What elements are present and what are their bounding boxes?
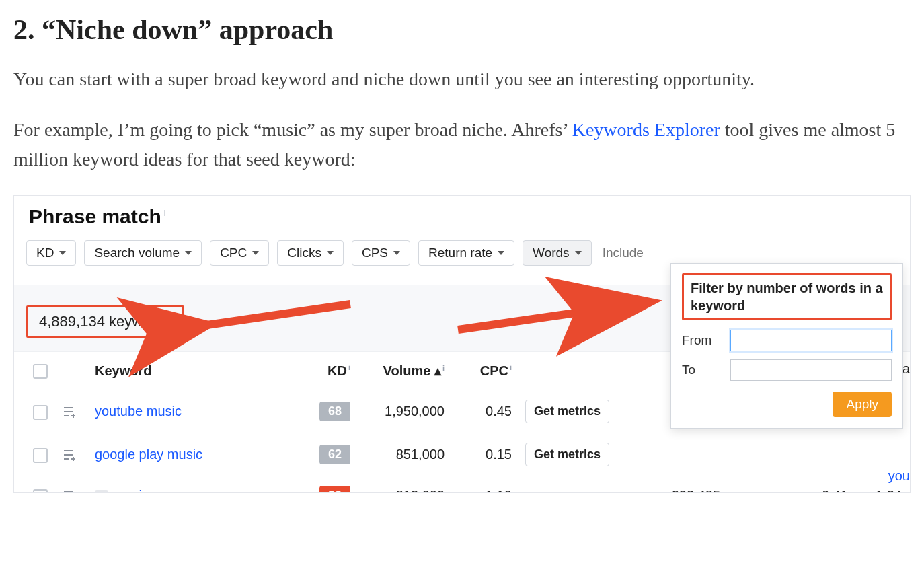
clicks-cell: 333,485: [640, 476, 727, 493]
keywords-explorer-link[interactable]: Keywords Explorer: [572, 119, 720, 140]
popover-title: Filter by number of words in a keyword: [682, 273, 892, 320]
article-paragraph-2-a: For example, I’m going to pick “music” a…: [13, 119, 572, 140]
chevron-down-icon: [252, 251, 259, 255]
extra1-cell: 0.41: [801, 476, 855, 493]
col-cpc[interactable]: CPC: [451, 352, 518, 390]
col-kd-label: KD: [328, 363, 347, 378]
row-checkbox[interactable]: [33, 405, 48, 420]
filter-cps[interactable]: CPS: [352, 240, 410, 266]
checkbox-all[interactable]: [33, 364, 48, 379]
cpc-cell: 0.15: [451, 433, 518, 476]
chevron-down-icon: [327, 251, 334, 255]
table-row: google play music 62 851,000 0.15 Get me…: [26, 433, 909, 476]
svg-line-0: [202, 304, 350, 326]
info-icon: [441, 363, 445, 378]
info-icon: [347, 363, 350, 378]
dist-bar: [727, 476, 801, 493]
kd-badge: 68: [319, 402, 350, 421]
kd-badge: 62: [319, 445, 350, 464]
chevron-down-icon: [498, 251, 504, 255]
annotation-arrow-right: [451, 297, 653, 340]
filter-kd-label: KD: [36, 246, 54, 260]
filter-cpc-label: CPC: [220, 246, 247, 260]
kd-badge: 96: [319, 486, 350, 493]
keyword-count: 4,889,134 keywords: [26, 305, 184, 338]
volume-cell: 813,000: [357, 476, 451, 493]
col-icon: [56, 352, 88, 390]
popover-to-row: To: [682, 359, 892, 381]
tool-screenshot-panel: Phrase match KD Search volume CPC Clicks…: [13, 195, 911, 493]
filter-return-rate-label: Return rate: [428, 246, 492, 260]
filter-words-label: Words: [533, 246, 570, 260]
info-icon: [161, 205, 166, 227]
article-heading: 2. “Niche down” approach: [13, 13, 911, 46]
row-checkbox[interactable]: [33, 489, 48, 493]
annotation-arrow-left: [196, 297, 357, 340]
chevron-down-icon: [185, 251, 192, 255]
cpc-cell: 1.10: [451, 476, 518, 493]
col-checkbox: [26, 352, 56, 390]
col-keyword[interactable]: Keyword: [88, 352, 303, 390]
article-paragraph-2: For example, I’m going to pick “music” a…: [13, 115, 911, 174]
table-row: ?music 96 813,000 1.10 333,485 0.41 1.34: [26, 476, 909, 493]
edge-cutoff-text: a: [902, 361, 910, 377]
info-icon: [508, 363, 512, 378]
filter-cpc[interactable]: CPC: [210, 240, 269, 266]
get-metrics-button[interactable]: Get metrics: [525, 400, 609, 423]
filter-search-volume-label: Search volume: [94, 246, 180, 260]
svg-line-1: [458, 303, 646, 330]
clicks-cell: [640, 433, 727, 476]
to-label: To: [682, 363, 720, 377]
filter-words[interactable]: Words: [523, 240, 592, 266]
col-volume[interactable]: Volume ▴: [357, 352, 451, 390]
panel-title-text: Phrase match: [29, 205, 161, 227]
from-label: From: [682, 333, 720, 348]
filter-return-rate[interactable]: Return rate: [418, 240, 514, 266]
col-cpc-label: CPC: [480, 363, 508, 378]
edge-cutoff-text: you: [888, 468, 910, 484]
words-to-input[interactable]: [730, 359, 892, 381]
filter-cps-label: CPS: [362, 246, 388, 260]
col-keyword-label: Keyword: [95, 363, 151, 378]
add-to-list-icon[interactable]: [63, 406, 81, 418]
words-from-input[interactable]: [730, 330, 892, 351]
row-checkbox[interactable]: [33, 448, 48, 463]
include-input[interactable]: [600, 241, 765, 265]
keyword-link[interactable]: music: [114, 488, 149, 493]
volume-cell: 851,000: [357, 433, 451, 476]
sort-up-icon: ▴: [434, 363, 441, 378]
col-metrics: [518, 352, 640, 390]
keyword-link[interactable]: youtube music: [95, 404, 182, 419]
keyword-link[interactable]: google play music: [95, 447, 202, 462]
apply-button[interactable]: Apply: [833, 392, 892, 417]
popover-from-row: From: [682, 330, 892, 351]
volume-cell: 1,950,000: [357, 390, 451, 433]
get-metrics-button[interactable]: Get metrics: [525, 443, 609, 466]
question-badge: ?: [95, 490, 108, 493]
chevron-down-icon: [59, 251, 66, 255]
filter-clicks[interactable]: Clicks: [277, 240, 344, 266]
filter-kd[interactable]: KD: [26, 240, 76, 266]
chevron-down-icon: [575, 251, 582, 255]
cpc-cell: 0.45: [451, 390, 518, 433]
add-to-list-icon[interactable]: [63, 449, 81, 461]
chevron-down-icon: [393, 251, 400, 255]
panel-title: Phrase match: [29, 205, 898, 228]
col-volume-label: Volume: [383, 363, 431, 378]
filter-clicks-label: Clicks: [287, 246, 321, 260]
article-paragraph-1: You can start with a super broad keyword…: [13, 65, 911, 94]
add-to-list-icon[interactable]: [63, 490, 81, 493]
filter-bar: KD Search volume CPC Clicks CPS Return r…: [26, 240, 898, 266]
col-kd[interactable]: KD: [303, 352, 357, 390]
words-filter-popover: Filter by number of words in a keyword F…: [670, 263, 903, 429]
filter-search-volume[interactable]: Search volume: [84, 240, 202, 266]
clicks-bar: [518, 476, 640, 493]
